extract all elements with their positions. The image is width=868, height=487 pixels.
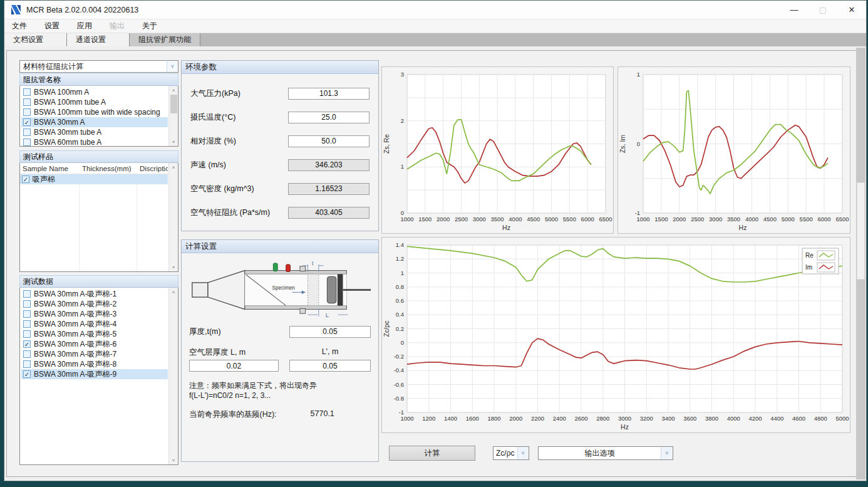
checkbox[interactable]: ✓	[22, 175, 29, 183]
svg-text:1500: 1500	[418, 216, 431, 223]
svg-text:Re: Re	[805, 252, 814, 259]
checkbox[interactable]	[23, 290, 31, 298]
data-list: BSWA 30mm A-吸声棉-1BSWA 30mm A-吸声棉-2BSWA 3…	[19, 288, 178, 465]
menu-about[interactable]: 关于	[142, 19, 166, 33]
calc-mode-select[interactable]: 材料特征阻抗计算 ˅	[19, 60, 178, 73]
scroll-down-icon[interactable]: ˅	[169, 137, 178, 146]
scroll-up-icon[interactable]: ˄	[169, 163, 178, 172]
list-item[interactable]: BSWA 30mm A-吸声棉-2	[21, 299, 168, 309]
col-description[interactable]: Discription	[137, 165, 168, 172]
tab-strip: 文档设置 通道设置 阻抗管扩展功能	[4, 33, 866, 46]
tab-channel-settings[interactable]: 通道设置	[67, 33, 130, 46]
checkbox[interactable]: ✓	[23, 118, 31, 126]
checkbox[interactable]	[23, 310, 31, 318]
list-item[interactable]: BSWA 100mm tube with wide spacing	[21, 107, 168, 117]
scroll-up-icon[interactable]: ˄	[169, 86, 178, 95]
menu-settings[interactable]: 设置	[44, 19, 68, 33]
scroll-down-icon[interactable]: ˅	[169, 456, 178, 464]
col-thickness[interactable]: Thickness(mm)	[80, 165, 137, 172]
main-scrollbar[interactable]	[856, 48, 865, 479]
chart-zc-rhoc: 1000120014001600180020002200240026002800…	[381, 237, 850, 433]
scroll-up-icon[interactable]: ˄	[169, 288, 178, 296]
chevron-down-icon[interactable]: ˅	[661, 447, 673, 459]
col-sample-name[interactable]: Sample Name	[20, 165, 80, 172]
quantity-select[interactable]: Zc/ρc ˅	[493, 446, 529, 460]
svg-text:-1: -1	[399, 409, 404, 416]
thickness-field[interactable]	[289, 326, 371, 338]
svg-text:3500: 3500	[727, 216, 740, 223]
chevron-down-icon[interactable]: ˅	[517, 447, 529, 459]
checkbox[interactable]	[23, 128, 31, 136]
main-area: 材料特征阻抗计算 ˅ 阻抗管名称 BSWA 100mm ABSWA 100mm …	[4, 46, 866, 481]
air-layer-field[interactable]	[189, 360, 279, 372]
temperature-field[interactable]	[288, 112, 369, 123]
tab-document-settings[interactable]: 文档设置	[4, 33, 67, 46]
checkbox[interactable]: ✓	[23, 340, 31, 348]
svg-text:1000: 1000	[400, 216, 413, 223]
sample-section-header: 测试样品	[19, 150, 178, 163]
minimize-button[interactable]: —	[780, 1, 809, 19]
list-item[interactable]: BSWA 30mm A-吸声棉-8	[21, 359, 168, 369]
middle-column: 环境参数 大气压力(kPa) 摄氏温度(°C) 相对湿度 (%) 声速 (m/s…	[181, 60, 379, 462]
list-item[interactable]: ✓BSWA 30mm A-吸声棉-6	[21, 339, 168, 349]
output-options-select[interactable]: 输出选项 ˅	[538, 446, 673, 460]
svg-text:5000: 5000	[835, 415, 849, 422]
list-item-label: BSWA 60mm tube A	[34, 138, 101, 147]
data-list-scrollbar[interactable]: ˄ ˅	[168, 288, 178, 464]
list-item[interactable]: BSWA 60mm tube A	[21, 137, 168, 147]
scroll-down-icon[interactable]: ˅	[169, 263, 178, 271]
checkbox[interactable]	[23, 320, 31, 328]
svg-text:2400: 2400	[553, 415, 566, 422]
list-item[interactable]: BSWA 30mm A-吸声棉-5	[21, 329, 168, 339]
checkbox[interactable]	[23, 330, 31, 338]
svg-text:L: L	[326, 312, 329, 318]
svg-text:2500: 2500	[691, 216, 704, 223]
checkbox[interactable]	[23, 350, 31, 358]
close-button[interactable]: ✕	[837, 1, 866, 19]
svg-text:4600: 4600	[792, 415, 805, 422]
main-scrollbar-thumb[interactable]	[857, 182, 865, 280]
list-item[interactable]: BSWA 30mm tube A	[21, 127, 168, 137]
checkbox[interactable]	[23, 139, 31, 146]
svg-text:3000: 3000	[473, 216, 486, 223]
list-item-label: BSWA 30mm A-吸声棉-3	[34, 309, 116, 320]
list-item[interactable]: BSWA 100mm A	[21, 87, 168, 97]
list-item[interactable]: BSWA 30mm A-吸声棉-1	[21, 289, 168, 299]
checkbox[interactable]	[23, 108, 31, 116]
data-section-header: 测试数据	[19, 275, 178, 288]
list-item-label: BSWA 30mm A-吸声棉-2	[34, 299, 116, 310]
svg-text:1800: 1800	[487, 415, 500, 422]
lprime-field[interactable]	[289, 360, 371, 372]
calc-settings-panel: 计算设置	[181, 239, 379, 462]
list-item[interactable]: ✓BSWA 30mm A	[21, 117, 168, 127]
svg-text:6500: 6500	[835, 216, 849, 223]
list-item[interactable]: BSWA 30mm A-吸声棉-7	[21, 349, 168, 359]
list-item[interactable]: BSWA 30mm A-吸声棉-3	[21, 309, 168, 319]
checkbox[interactable]	[23, 300, 31, 308]
list-item[interactable]: ✓吸声棉	[20, 174, 168, 184]
list-item[interactable]: BSWA 100mm tube A	[21, 97, 168, 107]
humidity-field[interactable]	[288, 135, 369, 147]
chevron-down-icon[interactable]: ˅	[167, 61, 178, 72]
list-item-label: BSWA 100mm tube with wide spacing	[34, 108, 160, 117]
checkbox[interactable]	[23, 88, 31, 96]
checkbox[interactable]: ✓	[23, 370, 31, 378]
pressure-field[interactable]	[288, 88, 369, 100]
list-item[interactable]: ✓BSWA 30mm A-吸声棉-9	[21, 369, 168, 379]
sample-table-scrollbar[interactable]: ˄ ˅	[168, 163, 178, 271]
tube-list-scrollbar[interactable]: ˄ ˅	[168, 86, 178, 146]
title-bar: MCR Beta 2.02.0.004 20220613 — ▢ ✕	[4, 1, 866, 19]
maximize-button[interactable]: ▢	[809, 1, 837, 19]
menu-apply[interactable]: 应用	[77, 19, 101, 33]
svg-text:5000: 5000	[782, 216, 795, 223]
checkbox[interactable]	[23, 98, 31, 106]
list-item[interactable]: BSWA 30mm A-吸声棉-4	[21, 319, 168, 329]
tab-impedance-tube-extension[interactable]: 阻抗管扩展功能	[130, 33, 200, 46]
svg-text:4000: 4000	[509, 216, 522, 223]
calculate-button[interactable]: 计算	[389, 446, 475, 461]
svg-text:4000: 4000	[727, 415, 740, 422]
checkbox[interactable]	[23, 360, 31, 368]
svg-text:0: 0	[637, 140, 640, 147]
menu-file[interactable]: 文件	[12, 19, 36, 33]
list-item-label: BSWA 30mm A-吸声棉-6	[34, 339, 116, 350]
